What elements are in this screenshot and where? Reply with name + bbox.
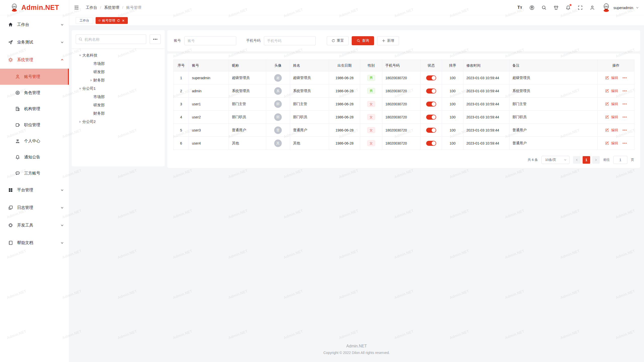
more-actions-icon[interactable] [623, 104, 627, 105]
sidebar-item-system-mgmt[interactable]: 系统管理 [0, 51, 69, 69]
edit-link[interactable]: 编辑 [611, 76, 618, 80]
sidebar-item-position-mgmt[interactable]: 职位管理 [0, 117, 69, 133]
reset-button[interactable]: 重置 [327, 36, 349, 45]
caret-collapsed-icon[interactable] [78, 120, 82, 124]
sidebar-item-notice[interactable]: 通知公告 [0, 149, 69, 165]
caret-expanded-icon[interactable] [78, 86, 82, 91]
prev-page-button[interactable] [573, 156, 581, 164]
tree-node[interactable]: 财务部 [76, 109, 161, 118]
edit-link[interactable]: 编辑 [611, 89, 618, 93]
tree-node[interactable]: 分公司1 [76, 84, 161, 93]
add-button[interactable]: 新增 [377, 36, 399, 45]
language-icon[interactable] [529, 5, 535, 10]
sidebar-item-business-test[interactable]: 业务测试 [0, 33, 69, 51]
more-actions-icon[interactable] [623, 90, 627, 92]
edit-link[interactable]: 编辑 [611, 141, 618, 146]
accounts-table-panel: 序号 账号 昵称 头像 姓名 出生日期 性别 手机号码 状态 排序 修改时间 备… [167, 54, 640, 168]
more-actions-icon[interactable] [623, 130, 627, 131]
page-number-current[interactable]: 1 [583, 156, 590, 164]
pagination: 共 6 条 10条/页 1 前往 页 [173, 156, 634, 164]
goto-page-input[interactable] [613, 156, 627, 164]
profile-icon[interactable] [590, 5, 595, 10]
more-actions-icon[interactable] [623, 143, 627, 144]
sidebar-item-account-mgmt[interactable]: 账号管理 [0, 69, 69, 85]
avatar-badge: 超 [274, 74, 282, 82]
chevron-down-icon [60, 23, 64, 26]
sidebar-item-role-mgmt[interactable]: 角色管理 [0, 85, 69, 101]
tab-workbench[interactable]: 工作台 [76, 17, 93, 24]
phone-input[interactable] [264, 36, 316, 45]
tree-node[interactable]: 财务部 [76, 76, 161, 84]
caret-expanded-icon[interactable] [78, 53, 82, 58]
col-header-nickname: 昵称 [229, 60, 266, 71]
refresh-icon [332, 39, 335, 42]
sidebar-item-third-party[interactable]: 三方账号 [0, 165, 69, 181]
table-row[interactable]: 5 user3 普通用户 普 普通用户 1986-06-28 女 1802003… [174, 124, 634, 137]
sidebar-item-log-mgmt[interactable]: 日志管理 [0, 199, 69, 216]
sidebar-item-profile-center[interactable]: 个人中心 [0, 133, 69, 149]
tree-more-button[interactable] [150, 34, 161, 44]
close-icon[interactable] [122, 19, 125, 22]
tree-node[interactable]: 研发部 [76, 101, 161, 109]
breadcrumb-item[interactable]: 工作台 [86, 5, 97, 10]
theme-icon[interactable] [553, 5, 559, 10]
org-search-input[interactable] [85, 37, 143, 41]
sidebar-item-help-docs[interactable]: 帮助文档 [0, 234, 69, 252]
status-toggle[interactable] [426, 88, 436, 94]
caret-collapsed-icon[interactable] [89, 78, 93, 83]
tree-node-label: 财务部 [93, 111, 105, 116]
edit-link[interactable]: 编辑 [611, 115, 618, 119]
tree-node[interactable]: 市场部 [76, 93, 161, 101]
cell-birth: 1986-06-28 [329, 137, 360, 150]
cell-nickname: 其他 [229, 137, 266, 150]
building-icon [15, 106, 20, 111]
status-toggle[interactable] [426, 102, 436, 107]
refresh-icon[interactable] [117, 19, 120, 22]
fullscreen-icon[interactable] [578, 5, 583, 10]
font-size-icon[interactable]: Tт [517, 5, 522, 10]
edit-link[interactable]: 编辑 [611, 102, 618, 106]
sidebar-item-workbench[interactable]: 工作台 [0, 16, 69, 33]
table-row[interactable]: 2 admin 系统管理员 系 系统管理员 1986-06-28 男 18020… [174, 84, 634, 98]
next-page-button[interactable] [592, 156, 600, 164]
table-row[interactable]: 6 user4 其他 其 其他 1986-06-28 女 18020030720… [174, 137, 634, 150]
cell-modified: 2023-01-03 10:59:44 [463, 111, 509, 124]
table-row[interactable]: 1 superadmin 超级管理员 超 超级管理员 1986-06-28 男 … [174, 71, 634, 84]
user-menu[interactable]: superadmin [601, 3, 639, 12]
gender-tag: 女 [367, 114, 375, 120]
status-toggle[interactable] [426, 141, 436, 146]
table-header-row: 序号 账号 昵称 头像 姓名 出生日期 性别 手机号码 状态 排序 修改时间 备… [174, 60, 634, 71]
cell-nickname: 系统管理员 [229, 84, 266, 98]
cell-modified: 2023-01-03 10:59:44 [463, 71, 509, 84]
sidebar-item-platform-mgmt[interactable]: 平台管理 [0, 181, 69, 199]
cell-nickname: 部门主管 [229, 98, 266, 111]
status-toggle[interactable] [426, 115, 436, 120]
status-toggle[interactable] [426, 75, 436, 80]
tree-node[interactable]: 研发部 [76, 68, 161, 76]
notification-icon[interactable] [566, 5, 571, 10]
search-icon[interactable] [541, 5, 547, 10]
query-button[interactable]: 查询 [352, 36, 374, 45]
sidebar-item-org-mgmt[interactable]: 机构管理 [0, 101, 69, 117]
menu-fold-icon[interactable] [74, 5, 79, 10]
bell-icon [15, 155, 20, 160]
tree-node[interactable]: 分公司2 [76, 118, 161, 126]
page-size-select[interactable]: 10条/页 [541, 156, 570, 164]
account-input[interactable] [184, 36, 236, 45]
tree-node[interactable]: 大名科技 [76, 51, 161, 60]
status-toggle[interactable] [426, 128, 436, 133]
more-actions-icon[interactable] [623, 117, 627, 118]
tree-node[interactable]: 市场部 [76, 60, 161, 68]
more-actions-icon[interactable] [623, 77, 627, 78]
tab-account-mgmt[interactable]: 账号管理 [96, 17, 128, 24]
breadcrumb-item[interactable]: 系统管理 [104, 5, 119, 10]
sidebar-item-dev-tools[interactable]: 开发工具 [0, 216, 69, 234]
table-row[interactable]: 3 user1 部门主管 部 部门主管 1986-06-28 女 1802003… [174, 98, 634, 111]
brand-logo[interactable]: Admin.NET [0, 0, 69, 15]
edit-link[interactable]: 编辑 [611, 128, 618, 132]
badge-icon [15, 122, 20, 127]
org-tree: 大名科技 市场部 研发部 财务部 分公司1 市场部 [76, 51, 161, 126]
sidebar-item-label: 账号管理 [24, 74, 64, 79]
table-row[interactable]: 4 user2 部门职员 部 部门职员 1986-06-28 女 1802003… [174, 111, 634, 124]
avatar-badge: 其 [274, 140, 282, 147]
